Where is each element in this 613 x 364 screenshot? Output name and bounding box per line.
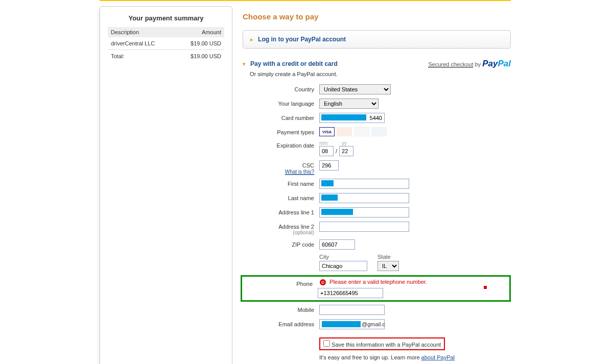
exp-label: Expiration date	[243, 140, 319, 149]
merchant-name: driverCentral LLC	[108, 37, 175, 50]
phone-error-text: Please enter a valid telephone number.	[329, 279, 427, 285]
card-title[interactable]: Pay with a credit or debit card	[250, 60, 338, 67]
mobile-label: Mobile	[243, 305, 319, 313]
country-label: Country	[243, 84, 319, 92]
state-label: State	[378, 254, 399, 260]
visa-icon: VISA	[319, 127, 335, 136]
exp-month-input[interactable]	[319, 146, 334, 156]
total-label: Total:	[108, 50, 175, 63]
amount-header: Amount	[175, 27, 224, 37]
error-icon: ⊘	[320, 279, 326, 285]
first-name-label: First name	[243, 179, 319, 187]
secured-badge: Secured checkout by PayPal	[428, 59, 511, 69]
about-paypal-link[interactable]: about PayPal	[421, 354, 455, 360]
desc-header: Description	[108, 27, 175, 37]
amex-icon	[371, 127, 387, 136]
mobile-input[interactable]	[319, 305, 385, 315]
save-info-label: Save this information with a PayPal acco…	[332, 342, 441, 348]
email-label: Email address	[243, 319, 319, 327]
red-marker	[484, 286, 487, 289]
cardnum-label: Card number	[243, 113, 319, 121]
save-info-highlight: Save this information with a PayPal acco…	[319, 337, 445, 350]
info-text: It's easy and free to sign up. Learn mor…	[319, 354, 511, 360]
addr2-input[interactable]	[319, 222, 409, 232]
csc-label: CSC What is this?	[243, 160, 319, 175]
login-link[interactable]: Log in to your PayPal account	[258, 36, 346, 43]
language-label: Your language	[243, 99, 319, 107]
phone-error-section: Phone ⊘ Please enter a valid telephone n…	[241, 275, 511, 302]
card-section: Pay with a credit or debit card Secured …	[243, 59, 511, 364]
csc-input[interactable]	[319, 160, 339, 171]
state-select[interactable]: IL	[378, 261, 399, 271]
language-select[interactable]: English	[319, 99, 379, 109]
phone-input[interactable]	[318, 288, 383, 298]
choose-title: Choose a way to pay	[243, 12, 511, 21]
addr1-label: Address line 1	[243, 207, 319, 215]
city-input[interactable]	[319, 261, 367, 271]
addr2-label: Address line 2 (optional)	[243, 222, 319, 235]
zip-label: ZIP code	[243, 239, 319, 248]
main-panel: Choose a way to pay Log in to your PayPa…	[243, 6, 511, 364]
login-box[interactable]: Log in to your PayPal account	[243, 30, 511, 48]
save-info-checkbox[interactable]	[323, 340, 330, 347]
payment-types-label: Payment types	[243, 127, 319, 135]
chevron-down-icon	[243, 61, 249, 67]
exp-year-input[interactable]	[339, 146, 353, 156]
total-row: Total: $19.00 USD	[108, 50, 224, 63]
summary-table: Description Amount driverCentral LLC $19…	[108, 27, 224, 62]
mastercard-icon	[337, 127, 352, 136]
last-name-label: Last name	[243, 193, 319, 201]
city-label: City	[319, 254, 367, 260]
email-input[interactable]: @gmail.c	[319, 319, 385, 329]
table-row: driverCentral LLC $19.00 USD	[108, 37, 224, 50]
card-logos: VISA	[319, 127, 511, 136]
zip-input[interactable]	[319, 239, 355, 250]
chevron-right-icon	[250, 36, 256, 42]
card-subtitle: Or simply create a PayPal account.	[250, 71, 511, 77]
phone-label: Phone	[245, 279, 318, 287]
merchant-amount: $19.00 USD	[175, 37, 224, 50]
total-amount: $19.00 USD	[175, 50, 224, 63]
discover-icon	[354, 127, 369, 136]
summary-title: Your payment summary	[108, 14, 224, 22]
what-is-this-link[interactable]: What is this?	[285, 169, 314, 175]
country-select[interactable]: United States	[319, 84, 391, 94]
paypal-logo: PayPal	[482, 59, 511, 68]
payment-summary-panel: Your payment summary Description Amount …	[100, 6, 232, 364]
